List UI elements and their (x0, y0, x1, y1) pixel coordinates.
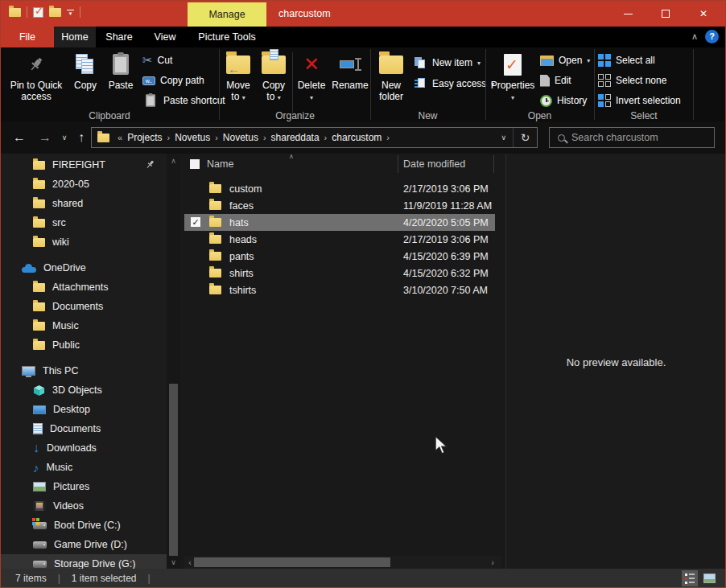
rename-button[interactable]: Rename (329, 51, 371, 92)
breadcrumb-separator-icon[interactable]: › (213, 133, 220, 142)
address-breadcrumb-bar[interactable]: « Projects › Novetus › Novetus › sharedd… (91, 127, 538, 148)
file-row-hats-selected[interactable]: ✓ hats4/20/2020 5:05 PM (184, 214, 495, 231)
scroll-down-icon[interactable]: ∨ (167, 558, 180, 566)
sidebar-scrollbar-thumb[interactable] (169, 384, 178, 556)
tab-home[interactable]: Home (54, 27, 96, 47)
edit-button[interactable]: Edit (540, 72, 571, 89)
properties-button[interactable]: ✓ Properties▾ (489, 51, 537, 103)
breadcrumb-separator-icon[interactable]: › (165, 133, 171, 142)
folder-icon (209, 201, 221, 210)
sidebar-item-downloads[interactable]: ↓Downloads (1, 438, 167, 458)
new-item-button[interactable]: New item▾ (415, 54, 481, 72)
breadcrumb-separator-icon[interactable]: › (262, 133, 268, 142)
select-all-button[interactable]: Select all (598, 51, 655, 69)
tab-share[interactable]: Share (96, 27, 142, 47)
sidebar-item-music[interactable]: Music (1, 316, 167, 335)
breadcrumb-item[interactable]: Novetus (175, 132, 210, 143)
sidebar-item-shared[interactable]: shared (1, 194, 167, 213)
sidebar-item-music-pc[interactable]: ♪Music (1, 458, 167, 477)
breadcrumb-overflow-icon[interactable]: « (116, 133, 124, 142)
folder-icon[interactable] (49, 8, 61, 17)
pin-to-quick-access-button[interactable]: Pin to Quickaccess (6, 51, 67, 102)
easy-access-button[interactable]: Easy access▾ (415, 75, 494, 93)
thumbnail-view-button[interactable] (701, 570, 717, 586)
breadcrumb-item[interactable]: shareddata (271, 132, 320, 143)
scroll-up-icon[interactable]: ∧ (167, 157, 180, 165)
folder-icon[interactable] (9, 8, 21, 17)
sidebar-item-wiki[interactable]: wiki (1, 232, 167, 252)
sidebar-item-documents[interactable]: Documents (1, 297, 167, 316)
tab-picture-tools[interactable]: Picture Tools (188, 27, 266, 47)
sidebar-item-firefight[interactable]: FIREFIGHT (1, 155, 167, 175)
sidebar-item-3d-objects[interactable]: 3D Objects (1, 380, 167, 400)
details-view-button[interactable] (682, 570, 698, 586)
back-icon[interactable]: ← (7, 121, 31, 154)
sidebar-item-documents-pc[interactable]: Documents (1, 419, 167, 438)
invert-selection-button[interactable]: Invert selection (598, 92, 681, 109)
sidebar-item-storage-drive[interactable]: Storage Drive (G:) (1, 554, 167, 569)
file-row-heads[interactable]: heads2/17/2019 3:06 PM (184, 231, 495, 248)
move-to-button[interactable]: ← Moveto ▾ (221, 51, 255, 103)
file-row-shirts[interactable]: shirts4/15/2020 6:32 PM (184, 265, 495, 282)
paste-button[interactable]: Paste (104, 51, 138, 92)
breadcrumb-item[interactable]: charcustom (332, 132, 382, 143)
select-none-button[interactable]: Select none (598, 72, 666, 89)
close-button[interactable]: ✕ (685, 1, 722, 27)
search-box[interactable]: Search charcustom (549, 127, 715, 148)
copy-to-button[interactable]: Copyto ▾ (257, 51, 291, 103)
minimize-button[interactable] (609, 1, 646, 27)
column-separator[interactable] (398, 155, 398, 173)
collapse-ribbon-icon[interactable]: ∧ (691, 31, 698, 42)
file-row-faces[interactable]: faces11/9/2019 11:28 AM (184, 197, 495, 214)
tab-file[interactable]: File (1, 27, 54, 47)
cut-button[interactable]: ✂ Cut (142, 51, 172, 69)
forward-icon[interactable]: → (33, 121, 57, 154)
sidebar-item-public[interactable]: Public (1, 335, 167, 355)
customize-quick-access-icon[interactable]: ▾ (67, 10, 74, 15)
copy-button[interactable]: Copy (68, 51, 102, 92)
maximize-button[interactable] (647, 1, 684, 27)
open-button[interactable]: Open▾ (540, 51, 590, 69)
sidebar-item-attachments[interactable]: Attachments (1, 278, 167, 297)
scroll-right-icon[interactable]: › (487, 556, 498, 569)
sort-ascending-icon[interactable]: ∧ (289, 153, 294, 160)
sidebar-item-videos[interactable]: Videos (1, 496, 167, 516)
file-row-tshirts[interactable]: tshirts3/10/2020 7:50 AM (184, 282, 495, 298)
select-all-checkbox[interactable] (190, 159, 200, 169)
breadcrumb-item[interactable]: Novetus (223, 132, 258, 143)
sidebar-scrollbar[interactable]: ∧ ∨ (167, 154, 180, 569)
breadcrumb-item[interactable]: Projects (127, 132, 162, 143)
refresh-icon[interactable]: ↻ (513, 128, 537, 147)
file-row-pants[interactable]: pants4/15/2020 6:39 PM (184, 248, 495, 265)
new-folder-button[interactable]: Newfolder (373, 51, 410, 102)
horizontal-scrollbar-thumb[interactable] (194, 557, 390, 567)
help-icon[interactable]: ? (705, 30, 719, 43)
sidebar-item-boot-drive[interactable]: Boot Drive (C:) (1, 516, 167, 535)
sidebar-item-onedrive[interactable]: OneDrive (1, 258, 167, 278)
properties-check-icon[interactable]: ✓ (33, 7, 43, 18)
horizontal-scrollbar[interactable]: ‹ › (184, 556, 501, 569)
sidebar-item-2020-05[interactable]: 2020-05 (1, 175, 167, 194)
contextual-tab-manage[interactable]: Manage (188, 2, 266, 27)
paste-shortcut-button[interactable]: Paste shortcut (142, 92, 225, 109)
sidebar-item-src[interactable]: src (1, 213, 167, 232)
history-button[interactable]: History (540, 92, 587, 109)
breadcrumb-separator-icon[interactable]: › (323, 133, 329, 142)
up-icon[interactable]: ↑ (72, 121, 91, 154)
breadcrumb-separator-icon[interactable]: › (385, 133, 391, 142)
pinned-icon[interactable] (145, 159, 155, 170)
recent-locations-icon[interactable]: ∨ (57, 121, 72, 154)
sidebar-item-game-drive[interactable]: Game Drive (D:) (1, 535, 167, 554)
file-row-custom[interactable]: custom2/17/2019 3:06 PM (184, 180, 495, 197)
sidebar-item-pictures[interactable]: Pictures (1, 477, 167, 496)
delete-button[interactable]: ✕ Delete▾ (295, 51, 328, 103)
column-header-date-modified[interactable]: Date modified (403, 158, 465, 170)
sidebar-item-this-pc[interactable]: This PC (1, 361, 167, 380)
column-separator[interactable] (493, 155, 494, 173)
tab-view[interactable]: View (142, 27, 188, 47)
column-header-name[interactable]: Name (207, 158, 233, 170)
sidebar-item-desktop[interactable]: Desktop (1, 400, 167, 419)
address-dropdown-icon[interactable]: ∨ (501, 128, 506, 147)
copy-path-button[interactable]: w.. Copy path (142, 72, 204, 89)
row-checkbox-checked[interactable]: ✓ (191, 217, 200, 227)
